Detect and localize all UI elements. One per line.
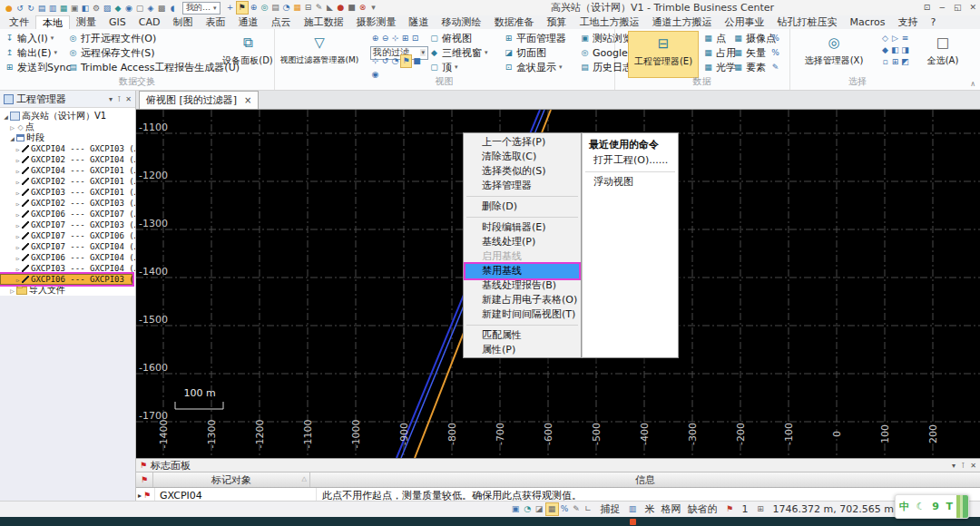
expander-icon[interactable]: ▷	[14, 146, 22, 152]
expander-icon[interactable]: ▷	[14, 200, 22, 207]
quick-access-icon[interactable]: ◎	[260, 2, 270, 14]
ribbon-command[interactable]: ◆三维视窗▾	[426, 45, 491, 60]
quick-access-icon[interactable]: ●	[336, 2, 347, 14]
window-control-button[interactable]: ⊡	[924, 3, 931, 12]
select-tool-icon[interactable]: ≡	[900, 33, 910, 44]
quick-access-icon[interactable]: ◖	[167, 3, 178, 15]
quick-access-icon[interactable]: ▨	[102, 3, 113, 15]
tree-node-baseline[interactable]: ▷ GXCPI06 --- GXCPI07 (…	[0, 209, 135, 219]
ribbon-tab[interactable]: ?	[924, 15, 942, 29]
window-control-button[interactable]: ◱	[954, 3, 962, 12]
select-tool-icon[interactable]: ◧	[890, 44, 900, 56]
panel-control-button[interactable]: ✕	[125, 95, 132, 103]
units-button[interactable]: 米	[645, 502, 655, 516]
ribbon-tab[interactable]: CAD	[132, 15, 167, 29]
panel-control-button[interactable]: ▾	[109, 95, 113, 103]
select-tool-icon[interactable]: ▷	[890, 33, 900, 44]
quick-access-icon[interactable]: ◆	[113, 3, 123, 15]
expander-icon[interactable]: ▷	[14, 244, 22, 250]
select-tool-icon[interactable]: ◨	[900, 44, 910, 56]
select-tool-icon[interactable]: ◆	[880, 44, 890, 56]
tree-node-baseline[interactable]: ▷ GXCPI07 --- GXCPI04 (…	[0, 241, 135, 252]
ime-icon[interactable]: 中	[899, 500, 909, 513]
ribbon-tab[interactable]: 公用事业	[718, 15, 770, 29]
tree-node-sessions[interactable]: ◢ 时段	[0, 132, 135, 143]
ribbon-tab[interactable]: 施工数据	[297, 15, 349, 29]
expander-icon[interactable]: ◢	[2, 113, 10, 120]
zoom-tool-icon[interactable]: ⊡	[410, 33, 420, 44]
expander-icon[interactable]: ▷	[14, 277, 22, 283]
context-menu-item[interactable]: 时段编辑器(E)	[464, 220, 581, 235]
flags-pane-header[interactable]: ⚑ 标志面板 ▾⊺✕	[136, 459, 980, 472]
ribbon-command[interactable]: ▤Trimble Access工程报告生成器(U)	[65, 60, 242, 74]
quick-access-icon[interactable]: +	[225, 2, 236, 14]
quick-access-icon[interactable]: ↻	[25, 3, 36, 15]
grid-button[interactable]: 格网	[662, 502, 681, 516]
select-all-button[interactable]: □ 全选(A)	[921, 31, 965, 67]
ribbon-tab[interactable]: 点云	[264, 15, 297, 29]
context-menu-item[interactable]	[464, 214, 581, 220]
panel-control-button[interactable]: ⊺	[961, 462, 965, 470]
quick-access-icon[interactable]: ▤	[270, 2, 281, 14]
context-menu-item[interactable]: 选择管理器	[464, 179, 581, 193]
flagged-object-column-header[interactable]: 标记对象 △	[153, 472, 310, 487]
ime-toolbar[interactable]: 中☾9T	[895, 494, 969, 519]
quick-access-icon[interactable]: ▦	[292, 2, 303, 14]
project-explorer-header[interactable]: 工程管理器 ▾⊺✕	[0, 91, 135, 108]
ribbon-command[interactable]: ◎远程保存文件(S)	[65, 45, 242, 60]
quick-access-icon[interactable]: ◔	[281, 2, 292, 14]
context-menu-item[interactable]: 属性(P)	[464, 343, 581, 357]
status-tool-icon[interactable]: ∟	[583, 503, 594, 515]
expander-icon[interactable]: ▷	[14, 255, 22, 261]
flag-column-header[interactable]: ⚑	[136, 472, 153, 487]
ribbon-tab[interactable]: 制图	[166, 15, 199, 29]
status-tool-icon[interactable]: ▣	[510, 503, 522, 515]
recent-command-item[interactable]	[583, 168, 678, 175]
window-control-button[interactable]: ✕	[969, 3, 976, 12]
flag-icon[interactable]: ⚑	[724, 503, 736, 515]
quick-access-icon[interactable]: ◉	[123, 3, 134, 15]
recent-command-item[interactable]: 浮动视图	[583, 175, 678, 190]
ribbon-tab[interactable]: Macros	[843, 15, 891, 29]
quick-access-icon[interactable]: ⊕	[249, 2, 260, 14]
quick-access-icon[interactable]: ⚙	[91, 3, 102, 15]
data-tool-icon[interactable]: %	[770, 45, 780, 60]
ime-icon[interactable]: 9	[932, 501, 939, 512]
expander-icon[interactable]: ▷	[8, 124, 16, 131]
tree-node-baseline[interactable]: ▷ GXCPI02 --- GXCPI01 (…	[0, 176, 135, 187]
ribbon-tab[interactable]: 钻孔打桩压实	[770, 15, 843, 29]
context-menu-item[interactable]: 匹配属性	[464, 328, 581, 343]
nav-tool-icon[interactable]: ⊹	[370, 55, 380, 67]
context-menu-item[interactable]: 新建时间间隔视图(T)	[464, 307, 581, 322]
recent-command-item[interactable]: 打开工程(O)......	[583, 153, 678, 168]
expander-icon[interactable]: ▷	[14, 179, 22, 185]
status-tool-icon[interactable]: ◪	[534, 503, 545, 515]
quick-access-icon[interactable]: ⊗	[358, 2, 368, 14]
tree-node-baseline[interactable]: ▷ GXCPI06 --- GXCPI03 (…	[0, 274, 132, 285]
quick-access-icon[interactable]: ▦	[58, 3, 69, 15]
quick-access-icon[interactable]: ●	[4, 3, 15, 15]
device-pane-button[interactable]: ⧉ 设备面板(D)	[223, 31, 272, 67]
ribbon-tab[interactable]: 数据准备	[487, 15, 540, 29]
ribbon-tab[interactable]: 支持	[891, 15, 924, 29]
ribbon-tab[interactable]: 工地土方搬运	[573, 15, 645, 29]
ribbon-tab[interactable]: GIS	[103, 15, 132, 29]
taskbar-app-icon[interactable]	[630, 519, 636, 525]
quick-access-icon[interactable]: ▾	[368, 2, 379, 14]
panel-control-button[interactable]: ⊺	[117, 95, 121, 103]
ribbon-tab[interactable]: 隧道	[402, 15, 435, 29]
ribbon-command[interactable]: ⊞平面管理器	[501, 31, 572, 45]
status-tool-icon[interactable]: ▦	[545, 502, 559, 516]
expander-icon[interactable]: ▷	[8, 287, 16, 294]
tree-node-baseline[interactable]: ▷ GXCPI02 --- GXCPI03 (…	[0, 198, 135, 209]
panel-control-button[interactable]: ▾	[952, 462, 956, 470]
zoom-tool-icon[interactable]: ⊞	[400, 33, 410, 44]
tree-node-imported-files[interactable]: ▷ 导入文件	[0, 285, 135, 296]
ime-icon[interactable]: T	[946, 501, 954, 512]
ribbon-tab[interactable]: 预算	[540, 15, 573, 29]
ribbon-command[interactable]: ▢俯视图	[426, 31, 491, 45]
zoom-tool-icon[interactable]: ⊕	[370, 33, 380, 44]
quick-access-icon[interactable]: ⊟	[303, 2, 314, 14]
context-menu-item[interactable]: 禁用基线	[466, 264, 579, 278]
snap-button[interactable]: 捕捉	[601, 502, 621, 516]
